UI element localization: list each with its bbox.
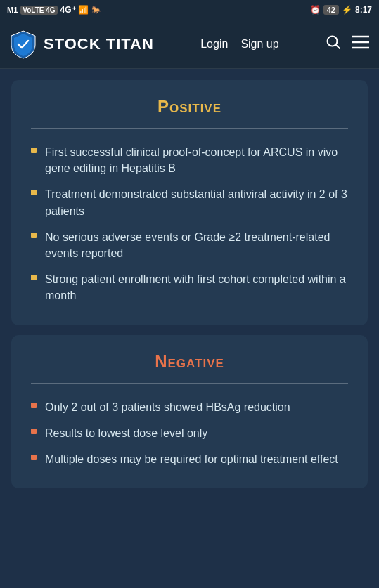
negative-title: Negative <box>31 352 348 372</box>
bullet-icon <box>31 455 37 460</box>
signup-link[interactable]: Sign up <box>240 38 278 51</box>
status-bar: M1 VoLTE 4G 4G⁺ 📶 🐎 ⏰ 42 ⚡ 8:17 <box>0 0 379 20</box>
time-label: 8:17 <box>355 5 372 15</box>
nav-links: Login Sign up <box>200 38 278 51</box>
positive-item-2: Treatment demonstrated substantial antiv… <box>45 186 348 218</box>
header: STOCK TITAN Login Sign up <box>0 20 379 69</box>
list-item: Strong patient enrollment with first coh… <box>31 271 348 303</box>
list-item: Treatment demonstrated substantial antiv… <box>31 186 348 218</box>
negative-bullet-list: Only 2 out of 3 patients showed HBsAg re… <box>31 399 348 468</box>
battery-label: 42 <box>323 5 339 15</box>
bullet-icon <box>31 429 37 434</box>
negative-item-3: Multiple doses may be required for optim… <box>45 451 338 467</box>
list-item: Multiple doses may be required for optim… <box>31 451 348 467</box>
positive-card: Positive First successful clinical proof… <box>11 80 368 325</box>
status-right: ⏰ 42 ⚡ 8:17 <box>310 5 372 15</box>
login-link[interactable]: Login <box>200 38 228 51</box>
list-item: No serious adverse events or Grade ≥2 tr… <box>31 229 348 261</box>
list-item: Only 2 out of 3 patients showed HBsAg re… <box>31 399 348 415</box>
positive-bullet-list: First successful clinical proof-of-conce… <box>31 144 348 304</box>
app-title: STOCK TITAN <box>44 35 154 53</box>
negative-divider <box>31 383 348 384</box>
bullet-icon <box>31 403 37 408</box>
positive-divider <box>31 128 348 129</box>
logo-icon <box>10 30 37 59</box>
svg-line-1 <box>336 45 340 49</box>
charging-icon: ⚡ <box>342 5 352 15</box>
positive-item-1: First successful clinical proof-of-conce… <box>45 144 348 176</box>
menu-icon[interactable] <box>352 35 369 53</box>
positive-title: Positive <box>31 97 348 117</box>
bullet-icon <box>31 233 37 238</box>
negative-item-2: Results to lowest dose level only <box>45 425 207 441</box>
positive-item-3: No serious adverse events or Grade ≥2 tr… <box>45 229 348 261</box>
bullet-icon <box>31 190 37 195</box>
alarm-icon: ⏰ <box>310 5 321 15</box>
logo-area: STOCK TITAN <box>10 30 154 59</box>
positive-item-4: Strong patient enrollment with first coh… <box>45 271 348 303</box>
list-item: Results to lowest dose level only <box>31 425 348 441</box>
main-content: Positive First successful clinical proof… <box>0 69 379 588</box>
network-label: VoLTE 4G <box>20 6 57 15</box>
nav-icons <box>326 34 369 53</box>
negative-card: Negative Only 2 out of 3 patients showed… <box>11 335 368 489</box>
signal-icon: 4G⁺ 📶 <box>60 5 89 15</box>
bullet-icon <box>31 275 37 280</box>
carrier-label: M1 <box>7 6 18 14</box>
bullet-icon <box>31 148 37 153</box>
negative-item-1: Only 2 out of 3 patients showed HBsAg re… <box>45 399 290 415</box>
status-left: M1 VoLTE 4G 4G⁺ 📶 🐎 <box>7 5 101 15</box>
search-icon[interactable] <box>326 34 341 53</box>
horse-icon: 🐎 <box>91 6 101 15</box>
list-item: First successful clinical proof-of-conce… <box>31 144 348 176</box>
